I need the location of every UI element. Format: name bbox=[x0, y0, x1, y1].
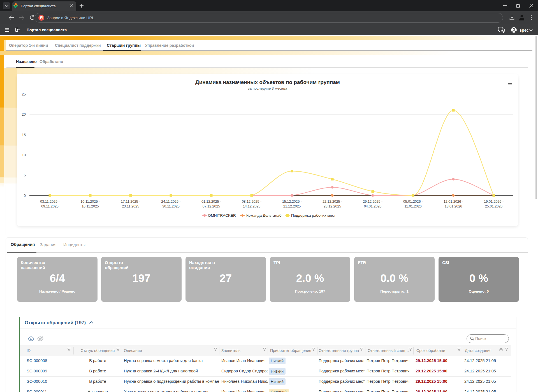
svg-text:16.11.2025: 16.11.2025 bbox=[82, 204, 99, 208]
svg-text:08.12.2025 -: 08.12.2025 - bbox=[242, 200, 261, 204]
svg-text:10.11.2025 -: 10.11.2025 - bbox=[80, 200, 100, 204]
svg-text:23.11.2025: 23.11.2025 bbox=[122, 204, 139, 208]
svg-text:28.12.2025: 28.12.2025 bbox=[324, 204, 341, 208]
svg-text:03.11.2025 -: 03.11.2025 - bbox=[40, 200, 59, 204]
svg-text:09.11.2025: 09.11.2025 bbox=[41, 204, 59, 208]
svg-text:22.12.2025 -: 22.12.2025 - bbox=[323, 200, 342, 204]
svg-text:29.12.2025 -: 29.12.2025 - bbox=[363, 200, 382, 204]
svg-text:18.01.2026: 18.01.2026 bbox=[445, 204, 462, 208]
svg-text:20: 20 bbox=[22, 112, 26, 116]
svg-text:25.01.2026: 25.01.2026 bbox=[485, 204, 503, 208]
svg-text:15: 15 bbox=[22, 133, 26, 137]
svg-text:14.12.2025: 14.12.2025 bbox=[243, 204, 261, 208]
svg-text:07.12.2025: 07.12.2025 bbox=[203, 204, 220, 208]
svg-text:OMNITRACKER: OMNITRACKER bbox=[208, 213, 236, 218]
svg-text:0: 0 bbox=[24, 193, 26, 198]
svg-text:11.01.2026: 11.01.2026 bbox=[404, 204, 422, 208]
svg-text:01.12.2025 -: 01.12.2025 - bbox=[201, 200, 221, 204]
svg-text:5: 5 bbox=[24, 173, 26, 177]
svg-text:17.11.2025 -: 17.11.2025 - bbox=[121, 200, 140, 204]
svg-text:10: 10 bbox=[22, 153, 26, 157]
svg-text:24.11.2025 -: 24.11.2025 - bbox=[161, 200, 180, 204]
svg-text:05.01.2026 -: 05.01.2026 - bbox=[403, 200, 423, 204]
svg-text:Команда Дельталаб: Команда Дельталаб bbox=[246, 213, 282, 218]
svg-text:04.01.2026: 04.01.2026 bbox=[364, 204, 382, 208]
svg-text:19.01.2026 -: 19.01.2026 - bbox=[484, 200, 504, 204]
svg-text:30.11.2025: 30.11.2025 bbox=[162, 204, 180, 208]
svg-text:25: 25 bbox=[22, 92, 26, 96]
svg-text:Поддержка рабочих мест: Поддержка рабочих мест bbox=[291, 213, 336, 218]
svg-text:21.12.2025: 21.12.2025 bbox=[283, 204, 301, 208]
svg-text:15.12.2025 -: 15.12.2025 - bbox=[282, 200, 302, 204]
svg-text:12.01.2026 -: 12.01.2026 - bbox=[444, 200, 463, 204]
